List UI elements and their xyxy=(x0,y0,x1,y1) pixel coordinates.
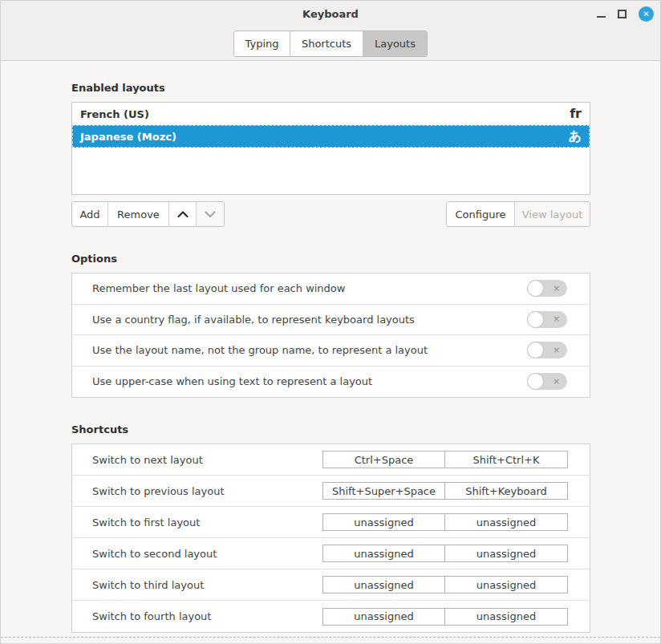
toggle-off-icon: × xyxy=(554,346,560,354)
window-controls: ✕ xyxy=(597,1,654,26)
close-button[interactable]: ✕ xyxy=(639,6,654,22)
shortcut-label: Switch to previous layout xyxy=(92,485,225,497)
toggle-off-icon: × xyxy=(554,314,560,323)
layout-badge-ja: あ xyxy=(569,130,582,143)
keybinding-button-1[interactable]: Shift+Super+Space xyxy=(323,483,445,499)
window-title: Keyboard xyxy=(302,8,359,20)
keyboard-settings-window: Keyboard ✕ Typing Shortcuts Layouts Enab… xyxy=(0,0,661,644)
shortcut-label: Switch to third layout xyxy=(92,579,204,591)
option-row-layout-name: Use the layout name, not the group name,… xyxy=(72,335,590,367)
shortcut-row-first-layout: Switch to first layout unassigned unassi… xyxy=(72,507,590,538)
options-box: Remember the last layout used for each w… xyxy=(71,273,590,398)
chevron-down-icon xyxy=(204,209,217,219)
tab-group: Typing Shortcuts Layouts xyxy=(233,30,428,57)
tab-layouts[interactable]: Layouts xyxy=(363,31,427,56)
toggle-knob xyxy=(527,280,544,297)
toolbar-spacer xyxy=(225,201,446,227)
shortcut-row-next-layout: Switch to next layout Ctrl+Space Shift+C… xyxy=(72,444,590,476)
toggle-knob xyxy=(527,311,544,328)
enabled-layouts-heading: Enabled layouts xyxy=(71,82,590,94)
shortcuts-heading: Shortcuts xyxy=(71,423,590,435)
chevron-up-icon xyxy=(176,209,189,219)
toggle-off-icon: × xyxy=(554,377,560,386)
toggle-knob xyxy=(527,373,544,390)
toggle-off-icon: × xyxy=(554,284,560,293)
move-layout-up-button[interactable] xyxy=(169,202,197,226)
option-row-country-flag: Use a country flag, if available, to rep… xyxy=(72,305,590,336)
keybinding-button-1[interactable]: unassigned xyxy=(323,545,445,561)
list-edit-button-group: Add Remove xyxy=(71,201,225,227)
shortcuts-box: Switch to next layout Ctrl+Space Shift+C… xyxy=(71,444,590,633)
shortcut-label: Switch to next layout xyxy=(92,454,203,466)
toggle-layout-name[interactable]: × xyxy=(527,342,567,358)
option-row-remember-layout: Remember the last layout used for each w… xyxy=(72,273,590,305)
tab-shortcuts[interactable]: Shortcuts xyxy=(290,31,363,56)
layout-list-toolbar: Add Remove Configure View layout xyxy=(71,201,590,227)
shortcut-row-fourth-layout: Switch to fourth layout unassigned unass… xyxy=(72,601,590,632)
layout-row-japanese-selected[interactable]: Japanese (Mozc) あ xyxy=(72,125,590,148)
shortcut-row-third-layout: Switch to third layout unassigned unassi… xyxy=(72,569,590,601)
keybinding-button-2[interactable]: unassigned xyxy=(445,545,567,561)
remove-layout-button[interactable]: Remove xyxy=(108,202,169,226)
option-label: Use a country flag, if available, to rep… xyxy=(92,314,415,326)
keybinding-group: unassigned unassigned xyxy=(322,513,568,531)
list-config-button-group: Configure View layout xyxy=(446,201,590,227)
window-bottom-edge xyxy=(1,637,660,638)
shortcut-label: Switch to second layout xyxy=(92,548,217,560)
maximize-icon xyxy=(618,10,627,18)
option-label: Remember the last layout used for each w… xyxy=(92,282,345,294)
toggle-country-flag[interactable]: × xyxy=(527,311,567,328)
keybinding-group: unassigned unassigned xyxy=(322,545,568,562)
maximize-button[interactable] xyxy=(618,10,627,18)
toggle-knob xyxy=(527,342,544,358)
layout-badge-fr: fr xyxy=(570,107,582,120)
keybinding-button-2[interactable]: unassigned xyxy=(445,577,567,593)
shortcut-label: Switch to first layout xyxy=(92,516,200,529)
layouts-page: Enabled layouts French (US) fr Japanese … xyxy=(1,82,660,633)
move-layout-down-button[interactable] xyxy=(197,202,224,226)
minimize-button[interactable] xyxy=(597,10,606,18)
keybinding-button-2[interactable]: Shift+Keyboard xyxy=(445,483,567,499)
keybinding-button-1[interactable]: unassigned xyxy=(323,514,445,530)
close-icon: ✕ xyxy=(643,10,649,18)
keybinding-button-1[interactable]: unassigned xyxy=(323,609,445,625)
keybinding-button-1[interactable]: Ctrl+Space xyxy=(323,452,445,468)
keybinding-group: unassigned unassigned xyxy=(322,576,568,593)
minimize-icon xyxy=(597,16,606,18)
enabled-layouts-list: French (US) fr Japanese (Mozc) あ xyxy=(71,102,590,195)
tab-typing[interactable]: Typing xyxy=(234,31,290,56)
keybinding-button-1[interactable]: unassigned xyxy=(323,577,445,593)
titlebar: Keyboard ✕ xyxy=(1,1,660,26)
layout-row-french[interactable]: French (US) fr xyxy=(72,103,590,125)
shortcut-row-second-layout: Switch to second layout unassigned unass… xyxy=(72,538,590,569)
options-heading: Options xyxy=(71,253,590,265)
keybinding-button-2[interactable]: Shift+Ctrl+K xyxy=(445,452,567,468)
toggle-upper-case[interactable]: × xyxy=(527,373,567,390)
keybinding-group: Shift+Super+Space Shift+Keyboard xyxy=(322,482,568,500)
option-label: Use the layout name, not the group name,… xyxy=(92,344,428,356)
shortcut-row-previous-layout: Switch to previous layout Shift+Super+Sp… xyxy=(72,476,590,507)
keybinding-button-2[interactable]: unassigned xyxy=(445,514,567,530)
add-layout-button[interactable]: Add xyxy=(72,202,108,226)
toggle-remember-layout[interactable]: × xyxy=(527,280,567,297)
layout-name: Japanese (Mozc) xyxy=(80,131,176,143)
option-row-upper-case: Use upper-case when using text to repres… xyxy=(72,367,590,398)
configure-layout-button[interactable]: Configure xyxy=(447,202,515,226)
shortcut-label: Switch to fourth layout xyxy=(92,610,211,622)
option-label: Use upper-case when using text to repres… xyxy=(92,375,372,387)
tab-strip: Typing Shortcuts Layouts xyxy=(1,26,660,61)
layout-name: French (US) xyxy=(80,108,149,120)
keybinding-group: Ctrl+Space Shift+Ctrl+K xyxy=(322,451,568,468)
keybinding-group: unassigned unassigned xyxy=(322,608,568,626)
view-layout-button[interactable]: View layout xyxy=(515,202,590,226)
keybinding-button-2[interactable]: unassigned xyxy=(445,609,567,625)
